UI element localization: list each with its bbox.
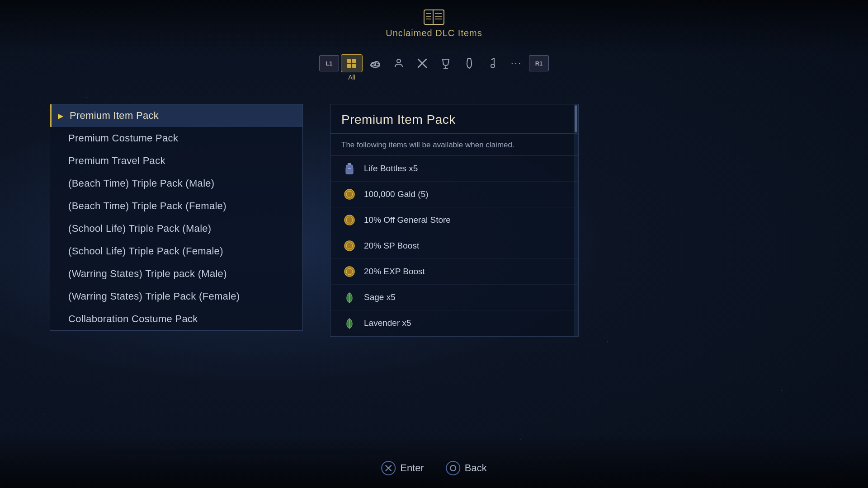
item-label-sage: Sage x5 bbox=[364, 292, 396, 302]
scroll-thumb[interactable] bbox=[575, 105, 577, 132]
svg-point-44 bbox=[450, 465, 456, 471]
filter-tab-cross[interactable] bbox=[411, 54, 433, 72]
item-row-sp-boost: 20% SP Boost bbox=[330, 233, 578, 259]
header-icon bbox=[422, 8, 446, 26]
svg-point-28 bbox=[344, 215, 354, 225]
svg-rect-24 bbox=[348, 163, 351, 165]
svg-rect-8 bbox=[347, 59, 351, 63]
list-item-premium-item-pack[interactable]: Premium Item Pack bbox=[50, 104, 302, 127]
list-item-beach-time-male[interactable]: (Beach Time) Triple Pack (Male) bbox=[50, 172, 302, 195]
item-label-sp-boost: 20% SP Boost bbox=[364, 241, 419, 251]
filter-tab-vase[interactable] bbox=[458, 54, 480, 72]
item-icon-coin-exp bbox=[341, 263, 358, 280]
item-row-exp-boost: 20% EXP Boost bbox=[330, 259, 578, 285]
svg-point-23 bbox=[491, 64, 495, 68]
item-label-life-bottles: Life Bottles x5 bbox=[364, 164, 418, 174]
list-item-school-life-female[interactable]: (School Life) Triple Pack (Female) bbox=[50, 240, 302, 263]
item-row-lavender: Lavender x5 bbox=[330, 310, 578, 336]
nav-left-button[interactable]: L1 bbox=[319, 55, 339, 71]
list-item-school-life-male[interactable]: (School Life) Triple Pack (Male) bbox=[50, 217, 302, 240]
svg-rect-11 bbox=[352, 64, 356, 68]
svg-rect-0 bbox=[424, 10, 444, 24]
detail-description: The following items will be available wh… bbox=[330, 134, 578, 155]
scroll-indicator[interactable] bbox=[574, 104, 578, 336]
back-button[interactable]: Back bbox=[446, 461, 487, 475]
bottom-bar: Enter Back bbox=[381, 461, 487, 475]
back-label: Back bbox=[465, 462, 487, 474]
svg-rect-9 bbox=[352, 59, 356, 63]
x-button-circle bbox=[381, 461, 396, 475]
item-icon-coin-gald bbox=[341, 186, 358, 202]
item-row-general-store: 10% Off General Store bbox=[330, 207, 578, 233]
svg-point-30 bbox=[344, 241, 354, 251]
nav-right-button[interactable]: R1 bbox=[529, 55, 549, 71]
svg-point-26 bbox=[344, 189, 354, 199]
filter-tab-all[interactable]: All bbox=[341, 54, 363, 72]
left-panel: Premium Item Pack Premium Costume Pack P… bbox=[50, 104, 303, 331]
svg-point-32 bbox=[344, 267, 354, 277]
right-panel: Premium Item Pack The following items wi… bbox=[330, 104, 579, 337]
item-icon-coin-sp bbox=[341, 238, 358, 254]
item-row-sage: Sage x5 bbox=[330, 285, 578, 310]
item-label-general-store: 10% Off General Store bbox=[364, 215, 451, 225]
list-item-warring-states-female[interactable]: (Warring States) Triple Pack (Female) bbox=[50, 285, 302, 308]
enter-button[interactable]: Enter bbox=[381, 461, 424, 475]
filter-tab-cloud[interactable] bbox=[364, 54, 386, 72]
list-item-premium-travel-pack[interactable]: Premium Travel Pack bbox=[50, 150, 302, 172]
item-icon-leaf-lavender bbox=[341, 315, 358, 331]
svg-point-15 bbox=[397, 59, 401, 63]
item-label-exp-boost: 20% EXP Boost bbox=[364, 267, 425, 277]
filter-tab-music[interactable] bbox=[482, 54, 504, 72]
list-item-collaboration-costume-pack[interactable]: Collaboration Costume Pack bbox=[50, 308, 302, 330]
filter-tab-person[interactable] bbox=[388, 54, 410, 72]
item-icon-leaf-sage bbox=[341, 289, 358, 305]
item-row-life-bottles: Life Bottles x5 bbox=[330, 156, 578, 182]
items-list: Life Bottles x5 100,000 Gald (5) 10% Off… bbox=[330, 155, 578, 336]
list-item-warring-states-male[interactable]: (Warring States) Triple pack (Male) bbox=[50, 263, 302, 285]
header: Unclaimed DLC Items bbox=[0, 0, 868, 38]
detail-title: Premium Item Pack bbox=[330, 104, 578, 134]
item-label-lavender: Lavender x5 bbox=[364, 318, 411, 328]
item-icon-bottle bbox=[341, 160, 358, 177]
filter-tab-cup[interactable] bbox=[435, 54, 457, 72]
svg-rect-10 bbox=[347, 64, 351, 68]
page-title: Unclaimed DLC Items bbox=[386, 28, 482, 38]
list-item-premium-costume-pack[interactable]: Premium Costume Pack bbox=[50, 127, 302, 150]
filter-bar: L1 All bbox=[319, 54, 549, 72]
enter-label: Enter bbox=[400, 462, 424, 474]
item-row-gald: 100,000 Gald (5) bbox=[330, 182, 578, 207]
filter-all-label: All bbox=[348, 74, 355, 81]
o-button-circle bbox=[446, 461, 460, 475]
list-item-beach-time-female[interactable]: (Beach Time) Triple Pack (Female) bbox=[50, 195, 302, 217]
item-icon-coin-store bbox=[341, 212, 358, 228]
item-label-gald: 100,000 Gald (5) bbox=[364, 189, 429, 199]
filter-tab-more[interactable]: ··· bbox=[505, 54, 527, 72]
